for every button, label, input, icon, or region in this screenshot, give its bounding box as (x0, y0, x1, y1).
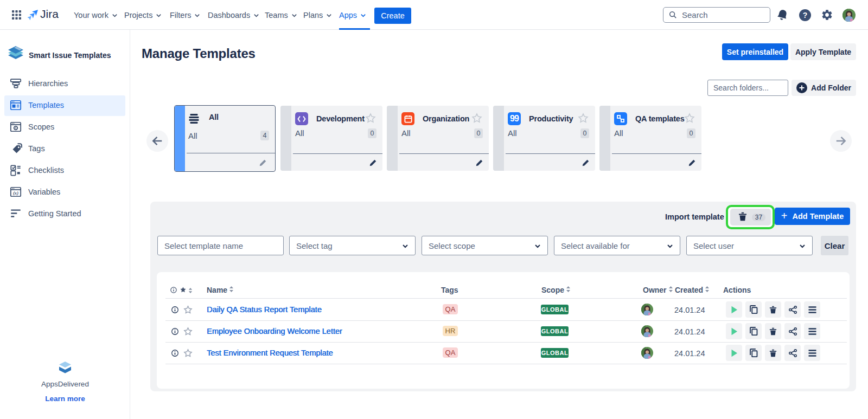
svg-text:(x): (x) (13, 190, 18, 196)
svg-text:?: ? (803, 11, 808, 20)
